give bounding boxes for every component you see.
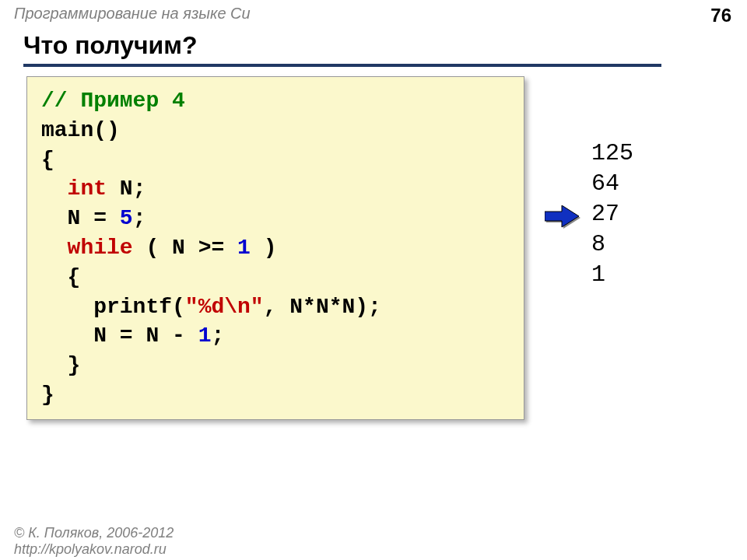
code-text: ; [211, 324, 224, 348]
footer: © К. Поляков, 2006-2012 http://kpolyakov… [14, 525, 174, 558]
code-string: "%d\n" [185, 295, 264, 319]
code-text: N; [107, 177, 146, 201]
code-text: ; [133, 206, 146, 230]
title-underline [23, 64, 661, 67]
code-keyword: while [68, 236, 133, 260]
code-number: 1 [198, 324, 212, 348]
code-text: printf( [41, 295, 185, 319]
slide: Программирование на языке Си 76 Что полу… [0, 0, 747, 560]
code-number: 1 [237, 236, 251, 260]
code-line: { [41, 265, 80, 289]
code-line: } [41, 383, 54, 407]
code-line: { [41, 148, 54, 172]
copyright: © К. Поляков, 2006-2012 [14, 525, 174, 542]
code-text: ( N >= [133, 236, 237, 260]
page-title: Что получим? [23, 31, 197, 60]
code-text: , N*N*N); [264, 295, 381, 319]
code-line: main() [41, 118, 120, 142]
svg-marker-1 [545, 205, 579, 227]
output-block: 125 64 27 8 1 [591, 138, 633, 290]
page-number: 76 [710, 5, 731, 26]
code-block: // Пример 4 main() { int N; N = 5; while… [26, 76, 524, 420]
code-number: 5 [120, 206, 133, 230]
code-text: N = N - [41, 324, 198, 348]
course-header: Программирование на языке Си [14, 5, 251, 23]
code-text: ) [251, 236, 277, 260]
code-comment: // Пример 4 [41, 89, 185, 113]
code-keyword: int [68, 177, 107, 201]
footer-url: http://kpolyakov.narod.ru [14, 541, 174, 558]
code-line: } [41, 353, 80, 377]
code-text: N = [41, 206, 120, 230]
